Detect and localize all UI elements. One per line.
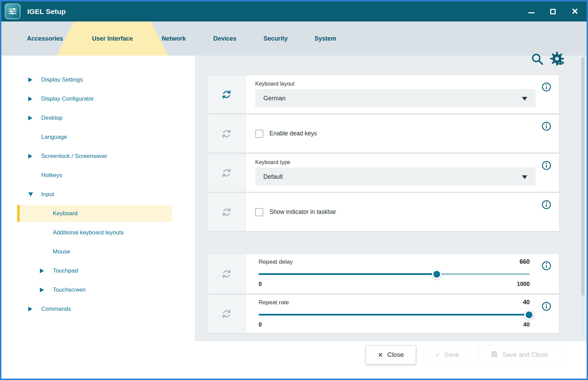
setting-row-keyboard-layout: Keyboard layout German	[207, 75, 559, 114]
info-icon[interactable]	[541, 121, 552, 131]
reset-to-default-icon[interactable]	[221, 268, 232, 279]
reset-to-default-icon[interactable]	[221, 207, 232, 218]
sidebar-item-additional-keyboard-layouts[interactable]: Additional keyboard layouts	[1, 223, 195, 242]
sidebar-item-hotkeys[interactable]: Hotkeys	[1, 166, 195, 185]
chevron-right-icon[interactable]	[28, 154, 41, 159]
repeat-delay-min: 0	[259, 281, 262, 288]
igel-logo-icon	[5, 3, 20, 19]
chevron-right-icon[interactable]	[40, 288, 53, 292]
reset-to-default-icon[interactable]	[221, 308, 232, 319]
maximize-icon	[550, 9, 556, 14]
close-button[interactable]: ✕ Close	[366, 345, 416, 364]
minimize-icon	[528, 12, 535, 13]
repeat-rate-min: 0	[259, 321, 262, 328]
window-title: IGEL Setup	[27, 1, 66, 21]
tab-accessories[interactable]: Accessories	[27, 21, 63, 56]
chevron-right-icon[interactable]	[28, 116, 41, 120]
keyboard-layout-label: Keyboard layout	[255, 81, 295, 87]
minimize-button[interactable]	[528, 10, 535, 13]
tab-user-interface[interactable]: User Interface	[92, 21, 133, 56]
repeat-delay-max: 1000	[517, 281, 530, 288]
title-bar: IGEL Setup ✕	[1, 1, 587, 21]
gear-eye-icon[interactable]	[548, 50, 566, 67]
setting-row-keyboard-type: Keyboard type Default	[207, 154, 559, 192]
reset-to-default-icon[interactable]	[221, 89, 232, 100]
footer-bar: ✕ Close ✓ Save Save and Close	[1, 341, 587, 379]
sidebar-item-keyboard[interactable]: Keyboard	[17, 205, 172, 222]
setting-row-repeat-delay: Repeat delay 660 0 1000	[207, 254, 559, 294]
chevron-right-icon[interactable]	[28, 97, 41, 101]
setting-row-enable-dead-keys: Enable dead keys	[207, 114, 559, 153]
enable-dead-keys-label: Enable dead keys	[269, 130, 317, 137]
repeat-delay-label: Repeat delay	[259, 259, 293, 265]
sidebar-item-input[interactable]: Input	[1, 185, 195, 204]
keyboard-layout-dropdown[interactable]: German	[255, 89, 536, 107]
info-icon[interactable]	[541, 82, 552, 92]
chevron-right-icon[interactable]	[28, 307, 41, 311]
sidebar-item-language[interactable]: Language	[1, 128, 195, 147]
repeat-rate-label: Repeat rate	[259, 299, 289, 306]
slider-handle[interactable]	[432, 269, 442, 279]
close-window-button[interactable]: ✕	[571, 7, 578, 16]
sidebar-item-display-settings[interactable]: Display Settings	[1, 70, 195, 89]
repeat-delay-slider[interactable]	[259, 273, 530, 275]
info-icon[interactable]	[541, 160, 552, 171]
sidebar-item-display-configurator[interactable]: Display Configurator	[1, 89, 195, 108]
caret-down-icon	[522, 175, 527, 179]
navigation-tree: Display Settings Display Configurator De…	[1, 56, 195, 341]
info-icon[interactable]	[541, 301, 552, 311]
chevron-right-icon[interactable]	[28, 77, 41, 82]
search-icon[interactable]	[530, 52, 544, 66]
sidebar-item-commands[interactable]: Commands	[1, 299, 195, 319]
reset-to-default-icon[interactable]	[221, 167, 232, 178]
show-indicator-checkbox[interactable]	[255, 208, 263, 216]
save-and-close-button: Save and Close	[478, 345, 560, 364]
save-button: ✓ Save	[424, 345, 470, 364]
slider-handle[interactable]	[524, 310, 534, 320]
check-icon: ✓	[435, 352, 440, 358]
tab-system[interactable]: System	[314, 21, 336, 56]
igel-setup-window: IGEL Setup ✕ Accessories User Interface …	[0, 0, 588, 380]
sidebar-item-desktop[interactable]: Desktop	[1, 108, 195, 128]
caret-down-icon	[522, 97, 527, 101]
repeat-delay-value: 660	[520, 258, 530, 265]
vertical-scrollbar[interactable]	[581, 57, 585, 339]
chevron-right-icon[interactable]	[40, 268, 53, 273]
settings-panel: Keyboard layout German	[195, 56, 587, 341]
close-x-icon: ✕	[378, 352, 383, 358]
scrollbar-thumb[interactable]	[581, 57, 585, 296]
sidebar-item-touchpad[interactable]: Touchpad	[1, 261, 195, 280]
info-icon[interactable]	[541, 261, 552, 271]
enable-dead-keys-checkbox[interactable]	[255, 130, 263, 138]
chevron-down-icon[interactable]	[28, 192, 41, 196]
setting-row-show-indicator: Show indicator in taskbar	[207, 193, 559, 231]
show-indicator-label: Show indicator in taskbar	[269, 208, 336, 216]
repeat-rate-max: 40	[523, 321, 530, 328]
tab-network[interactable]: Network	[161, 21, 186, 56]
floppy-disk-icon	[491, 350, 498, 360]
tab-devices[interactable]: Devices	[213, 21, 236, 56]
sidebar-item-touchscreen[interactable]: Touchscreen	[1, 280, 195, 299]
setting-row-repeat-rate: Repeat rate 40 0 40	[207, 294, 559, 333]
tab-bar: Accessories User Interface Network Devic…	[1, 21, 587, 56]
keyboard-type-dropdown[interactable]: Default	[255, 167, 536, 186]
keyboard-type-label: Keyboard type	[255, 159, 290, 165]
info-icon[interactable]	[541, 200, 552, 210]
sidebar-item-screenlock[interactable]: Screenlock / Screensaver	[1, 147, 195, 166]
sidebar-item-mouse[interactable]: Mouse	[1, 242, 195, 261]
tab-security[interactable]: Security	[263, 21, 288, 56]
reset-to-default-icon[interactable]	[221, 128, 232, 139]
repeat-rate-slider[interactable]	[259, 314, 530, 316]
maximize-button[interactable]	[550, 9, 556, 14]
repeat-rate-value: 40	[523, 299, 530, 306]
